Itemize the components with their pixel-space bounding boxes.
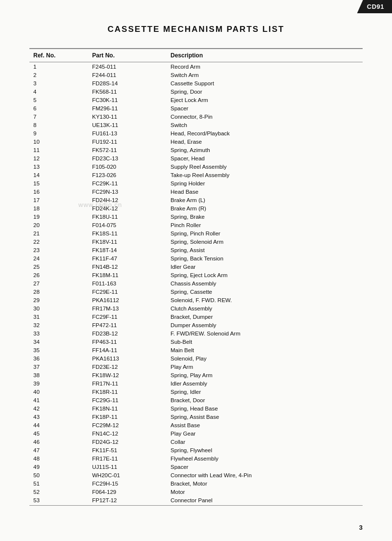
- cell-0-0: 1: [29, 62, 88, 71]
- page-number: 3: [359, 524, 363, 531]
- cell-0-2: Record Arm: [167, 62, 363, 71]
- cell-26-0: 27: [29, 279, 88, 287]
- table-row: 37FD23E-12Play Arm: [29, 362, 363, 371]
- table-row: 15FC29K-11Spring Holder: [29, 179, 363, 187]
- cell-26-1: F011-163: [88, 279, 167, 287]
- cell-35-0: 36: [29, 354, 88, 362]
- cell-6-2: Connector, 8-Pin: [167, 112, 363, 121]
- cell-13-1: F123-026: [88, 171, 167, 179]
- table-row: 23FK18T-14Spring, Assist: [29, 246, 363, 254]
- table-row: 20F014-075Pinch Roller: [29, 221, 363, 229]
- cell-46-0: 47: [29, 446, 88, 454]
- cell-51-2: Motor: [167, 488, 363, 496]
- cell-36-0: 37: [29, 362, 88, 371]
- col-header-part: Part No.: [88, 49, 167, 62]
- cell-5-1: FM296-11: [88, 104, 167, 112]
- cell-30-2: Bracket, Dumper: [167, 312, 363, 321]
- table-row: 16FC29N-13Head Base: [29, 187, 363, 196]
- table-row: 17FD24H-12Brake Arm (L): [29, 196, 363, 204]
- cell-48-0: 49: [29, 463, 88, 471]
- cell-37-0: 38: [29, 371, 88, 379]
- cell-19-1: F014-075: [88, 221, 167, 229]
- cell-15-2: Head Base: [167, 187, 363, 196]
- table-row: 46FD24G-12Collar: [29, 438, 363, 446]
- cell-27-0: 28: [29, 287, 88, 296]
- table-row: 44FC29M-12Assist Base: [29, 421, 363, 429]
- cell-41-1: FK18N-11: [88, 404, 167, 412]
- cell-42-2: Spring, Assist Base: [167, 412, 363, 421]
- cell-40-0: 41: [29, 396, 88, 404]
- table-row: 52F064-129Motor: [29, 488, 363, 496]
- cell-13-0: 14: [29, 171, 88, 179]
- cell-1-2: Switch Arm: [167, 71, 363, 79]
- cell-45-0: 46: [29, 438, 88, 446]
- cell-34-0: 35: [29, 346, 88, 354]
- cell-48-2: Spacer: [167, 463, 363, 471]
- cell-29-0: 30: [29, 304, 88, 312]
- cell-3-2: Spring, Door: [167, 87, 363, 96]
- table-row: 30FR17M-13Clutch Assembly: [29, 304, 363, 312]
- cell-13-2: Take-up Reel Assembly: [167, 171, 363, 179]
- cell-12-1: F105-020: [88, 162, 167, 171]
- cell-27-1: FC29E-11: [88, 287, 167, 296]
- table-row: 48FR17E-11Flywheel Assembly: [29, 454, 363, 463]
- cell-31-2: Dumper Assembly: [167, 321, 363, 329]
- cell-9-1: FU192-11: [88, 137, 167, 146]
- cell-45-2: Collar: [167, 438, 363, 446]
- page: CD91 CASSETTE MECHANISM PARTS LIST Ref. …: [0, 0, 392, 541]
- table-row: 40FK18R-11Spring, Idler: [29, 387, 363, 396]
- cell-41-0: 42: [29, 404, 88, 412]
- table-row: 9FU161-13Head, Record/Playback: [29, 129, 363, 137]
- cell-4-0: 5: [29, 96, 88, 104]
- table-row: 36PKA16113Solenoid, Play: [29, 354, 363, 362]
- cell-41-2: Spring, Head Base: [167, 404, 363, 412]
- cell-11-1: FD23C-13: [88, 154, 167, 162]
- cell-5-0: 6: [29, 104, 88, 112]
- cell-7-2: Switch: [167, 121, 363, 129]
- cell-20-0: 21: [29, 229, 88, 237]
- cell-12-0: 13: [29, 162, 88, 171]
- cell-33-0: 34: [29, 337, 88, 346]
- cell-37-2: Spring, Play Arm: [167, 371, 363, 379]
- cell-19-2: Pinch Roller: [167, 221, 363, 229]
- table-row: 33FD23B-12F. FWD/REW. Solenoid Arm: [29, 329, 363, 337]
- cell-34-1: FF14A-11: [88, 346, 167, 354]
- cell-20-2: Spring, Pinch Roller: [167, 229, 363, 237]
- cell-25-0: 26: [29, 271, 88, 279]
- cell-24-2: Idler Gear: [167, 262, 363, 271]
- table-row: 10FU192-11Head, Erase: [29, 137, 363, 146]
- parts-table: Ref. No. Part No. Description 1F245-011R…: [29, 49, 363, 505]
- table-row: 39FR17N-11Idler Assembly: [29, 379, 363, 387]
- cell-21-0: 22: [29, 237, 88, 246]
- cell-31-0: 32: [29, 321, 88, 329]
- table-row: 32FP472-11Dumper Assembly: [29, 321, 363, 329]
- cell-4-2: Eject Lock Arm: [167, 96, 363, 104]
- cell-8-0: 9: [29, 129, 88, 137]
- table-row: 28FC29E-11Spring, Cassette: [29, 287, 363, 296]
- cell-36-1: FD23E-12: [88, 362, 167, 371]
- cell-23-1: FK11F-47: [88, 254, 167, 262]
- cell-38-1: FR17N-11: [88, 379, 167, 387]
- cell-25-1: FK18M-11: [88, 271, 167, 279]
- cell-11-0: 12: [29, 154, 88, 162]
- cell-9-2: Head, Erase: [167, 137, 363, 146]
- table-row: 25FN14B-12Idler Gear: [29, 262, 363, 271]
- cell-2-0: 3: [29, 79, 88, 87]
- cell-22-1: FK18T-14: [88, 246, 167, 254]
- cell-45-1: FD24G-12: [88, 438, 167, 446]
- cell-38-0: 39: [29, 379, 88, 387]
- cell-17-0: 18: [29, 204, 88, 212]
- table-row: 51FC29H-15Bracket, Motor: [29, 479, 363, 488]
- cell-51-0: 52: [29, 488, 88, 496]
- cell-28-1: PKA16112: [88, 296, 167, 304]
- cell-6-0: 7: [29, 112, 88, 121]
- cell-39-1: FK18R-11: [88, 387, 167, 396]
- cell-26-2: Chassis Assembly: [167, 279, 363, 287]
- cell-25-2: Spring, Eject Lock Arm: [167, 271, 363, 279]
- cell-42-1: FK18P-11: [88, 412, 167, 421]
- cell-30-1: FC29F-11: [88, 312, 167, 321]
- table-row: 41FC29G-11Bracket, Door: [29, 396, 363, 404]
- cell-44-0: 45: [29, 429, 88, 438]
- cell-49-2: Connector with Lead Wire, 4-Pin: [167, 471, 363, 479]
- cell-7-0: 8: [29, 121, 88, 129]
